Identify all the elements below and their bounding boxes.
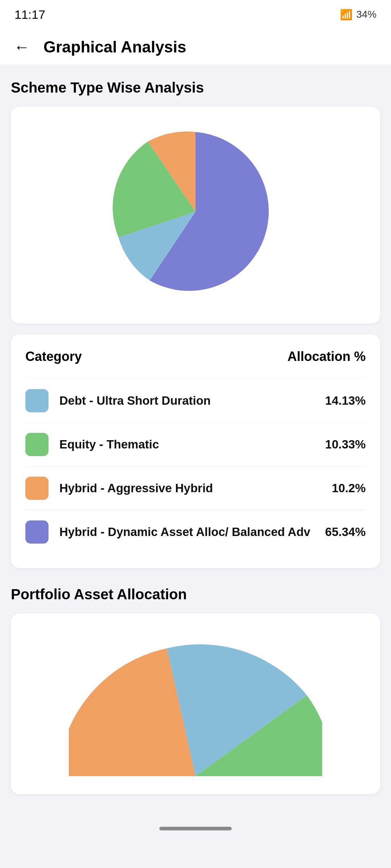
row-value-equity: 10.33%	[325, 438, 366, 451]
color-swatch-aggressive	[25, 477, 49, 500]
app-header: ← Graphical Analysis	[0, 29, 391, 65]
allocation-header: Allocation %	[287, 349, 366, 364]
scheme-pie-chart	[105, 121, 286, 302]
row-value-debt: 14.13%	[325, 394, 366, 408]
scroll-indicator-container	[0, 820, 391, 845]
signal-icon: 📶	[340, 9, 353, 21]
row-label-debt: Debt - Ultra Short Duration	[59, 393, 325, 409]
back-button[interactable]: ←	[11, 36, 33, 58]
color-swatch-debt	[25, 389, 49, 412]
portfolio-section-title: Portfolio Asset Allocation	[11, 586, 380, 603]
scheme-pie-chart-card	[11, 107, 380, 324]
half-pie-container	[22, 628, 369, 780]
status-bar: 11:17 📶 34%	[0, 0, 391, 29]
scheme-type-section-title: Scheme Type Wise Analysis	[11, 80, 380, 96]
main-content: Scheme Type Wise Analysis	[0, 65, 391, 820]
half-pie-cover	[69, 776, 322, 780]
back-arrow-icon: ←	[14, 39, 30, 55]
pie-chart-container	[22, 121, 369, 302]
table-row: Equity - Thematic 10.33%	[25, 422, 366, 466]
row-label-aggressive: Hybrid - Aggressive Hybrid	[59, 481, 332, 496]
portfolio-chart-card	[11, 613, 380, 794]
status-time: 11:17	[14, 8, 45, 22]
portfolio-half-pie	[69, 628, 322, 780]
table-row: Debt - Ultra Short Duration 14.13%	[25, 379, 366, 422]
table-row: Hybrid - Dynamic Asset Alloc/ Balanced A…	[25, 510, 366, 554]
category-table-card: Category Allocation % Debt - Ultra Short…	[11, 335, 380, 568]
battery-icon: 34%	[356, 9, 377, 20]
row-label-dynamic: Hybrid - Dynamic Asset Alloc/ Balanced A…	[59, 524, 325, 540]
status-icons: 📶 34%	[340, 9, 377, 21]
row-value-dynamic: 65.34%	[325, 525, 366, 539]
category-header: Category	[25, 349, 82, 364]
page-title: Graphical Analysis	[43, 38, 186, 56]
scroll-indicator	[159, 827, 232, 830]
color-swatch-equity	[25, 433, 49, 456]
row-label-equity: Equity - Thematic	[59, 437, 325, 452]
table-header: Category Allocation %	[25, 349, 366, 364]
color-swatch-dynamic	[25, 520, 49, 544]
table-row: Hybrid - Aggressive Hybrid 10.2%	[25, 466, 366, 510]
row-value-aggressive: 10.2%	[332, 481, 366, 495]
